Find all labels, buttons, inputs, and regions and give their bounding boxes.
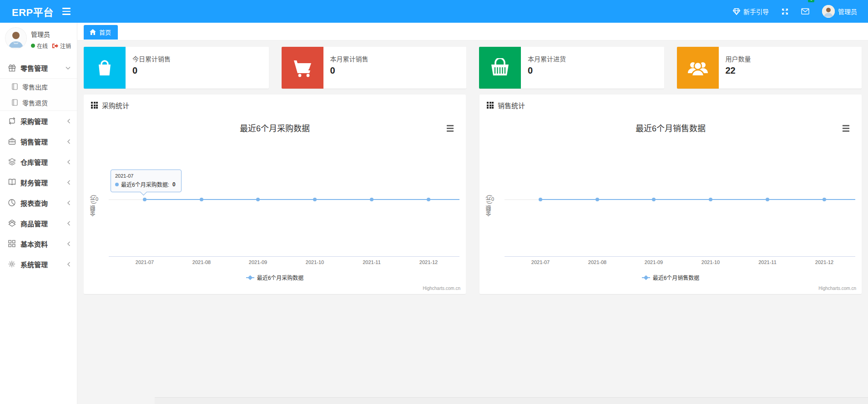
sidebar-item-label: 零售退货 — [22, 98, 48, 107]
sidebar-item-finance[interactable]: 财务管理 — [0, 172, 77, 193]
sidebar-item-retail-outbound[interactable]: 零售出库 — [0, 79, 77, 95]
sidebar-item-basic-data[interactable]: 基本资料 — [0, 234, 77, 254]
user-menu[interactable]: 管理员 — [822, 0, 857, 23]
fullscreen-button[interactable] — [782, 0, 788, 23]
sidebar-item-label: 报表查询 — [20, 198, 48, 208]
brand-logo[interactable]: ERP平台 — [0, 4, 54, 19]
chart-title: 最近6个月销售数据 — [479, 122, 862, 134]
data-point[interactable] — [256, 198, 260, 201]
stat-card-today-sales[interactable]: 今日累计销售 0 — [84, 47, 269, 89]
data-point[interactable] — [823, 198, 826, 201]
chevron-left-icon — [67, 139, 71, 144]
x-axis-label: 2021-12 — [806, 259, 843, 265]
tabs-bar: 首页 — [77, 23, 868, 40]
box-icon — [8, 219, 16, 227]
data-point[interactable] — [313, 198, 317, 201]
sidebar-item-retail[interactable]: 零售管理 — [0, 58, 77, 78]
data-point[interactable] — [766, 198, 769, 201]
stat-card-user-count[interactable]: 用户数量 22 — [677, 47, 862, 89]
x-axis-line — [505, 256, 855, 257]
logout-button[interactable]: 注销 — [52, 42, 71, 50]
stat-card-month-purchase[interactable]: 本月累计进货 0 — [479, 47, 664, 89]
panel-header: 销售统计 — [479, 95, 862, 110]
x-axis-label: 2021-12 — [410, 259, 447, 265]
tab-home[interactable]: 首页 — [84, 25, 118, 40]
x-axis-label: 2021-09 — [636, 259, 672, 265]
grid-icon — [8, 240, 16, 248]
stat-label: 本月累计销售 — [330, 54, 368, 63]
data-point[interactable] — [709, 198, 712, 201]
data-point[interactable] — [595, 198, 599, 201]
sidebar-item-label: 财务管理 — [20, 178, 48, 187]
stat-label: 用户数量 — [726, 54, 751, 63]
chevron-left-icon — [67, 241, 71, 246]
legend-marker-icon — [246, 275, 254, 280]
th-grid-icon — [91, 102, 98, 109]
series-line — [145, 199, 459, 200]
highcharts-credit-link[interactable]: Highcharts.com.cn — [818, 286, 856, 291]
gem-icon — [733, 8, 740, 15]
highcharts-credit-link[interactable]: Highcharts.com.cn — [423, 286, 460, 291]
stat-cards-row: 今日累计销售 0 本月累计销售 0 本月累计进货 0 — [84, 47, 862, 89]
guide-button[interactable]: 新手引导 — [733, 0, 769, 23]
main-content: 首页 今日累计销售 0 本月累计销售 0 — [77, 23, 868, 404]
data-point[interactable] — [539, 198, 542, 201]
sidebar-item-warehouse[interactable]: 仓库管理 — [0, 152, 77, 172]
avatar — [822, 5, 835, 18]
y-axis-tick: 0 — [491, 196, 494, 202]
chevron-left-icon — [67, 119, 71, 124]
shopping-cart-icon — [282, 47, 323, 89]
sidebar-item-goods[interactable]: 商品管理 — [0, 213, 77, 234]
chevron-down-icon — [66, 66, 71, 70]
data-point[interactable] — [370, 198, 373, 201]
sidebar-item-label: 采购管理 — [20, 116, 48, 126]
tooltip-header: 2021-07 — [115, 173, 177, 179]
shopping-bag-icon — [84, 47, 126, 89]
messages-button[interactable]: 0 — [801, 0, 809, 23]
data-point[interactable] — [652, 198, 656, 201]
logout-label: 注销 — [60, 42, 71, 50]
tooltip-value: 0 — [172, 181, 176, 188]
sidebar-user-name: 管理员 — [31, 30, 71, 39]
sidebar-item-retail-return[interactable]: 零售退货 — [0, 95, 77, 110]
sidebar-item-sales[interactable]: 销售管理 — [0, 131, 77, 152]
loop-icon — [8, 117, 16, 125]
chevron-left-icon — [67, 180, 71, 185]
briefcase-icon — [8, 138, 16, 145]
shopping-basket-icon — [479, 47, 521, 89]
online-status-label: 在线 — [37, 42, 48, 50]
legend-item[interactable]: 最近6个月采购数据 — [84, 274, 466, 281]
gear-icon — [8, 260, 16, 268]
stat-card-month-sales[interactable]: 本月累计销售 0 — [282, 47, 467, 89]
avatar — [5, 28, 26, 49]
chart-tooltip: 2021-07 最近6个月采购数据: 0 — [111, 170, 182, 192]
sidebar-menu: 零售管理 零售出库 零售退货 采购管理 销售管理 — [0, 58, 77, 274]
sidebar-item-label: 零售出库 — [22, 82, 48, 91]
users-icon — [677, 47, 719, 89]
legend-item[interactable]: 最近6个月销售数据 — [479, 274, 862, 281]
expand-icon — [782, 8, 788, 15]
x-axis-label: 2021-08 — [579, 259, 616, 265]
gift-icon — [8, 64, 16, 72]
data-point[interactable] — [427, 198, 430, 201]
x-axis-label: 2021-10 — [692, 259, 729, 265]
data-point[interactable] — [143, 198, 146, 201]
stat-value: 0 — [528, 65, 566, 76]
chart-context-menu-button[interactable] — [840, 123, 852, 133]
sidebar-toggle-button[interactable] — [57, 0, 76, 23]
sidebar-item-system[interactable]: 系统管理 — [0, 254, 77, 274]
x-axis-line — [109, 256, 459, 257]
sales-stats-panel: 销售统计 最近6个月销售数据 金额 (元) 0 2021-07 2021-08 … — [479, 95, 862, 294]
panel-title: 销售统计 — [498, 100, 525, 110]
sidebar-item-label: 零售管理 — [20, 63, 48, 73]
x-axis-label: 2021-08 — [183, 259, 220, 265]
sidebar-item-label: 基本资料 — [20, 239, 48, 249]
chart-context-menu-button[interactable] — [444, 123, 456, 133]
sidebar-item-purchase[interactable]: 采购管理 — [0, 111, 77, 131]
x-axis-label: 2021-07 — [126, 259, 163, 265]
retail-submenu: 零售出库 零售退货 — [0, 78, 77, 111]
data-point[interactable] — [200, 198, 203, 201]
sidebar-item-label: 仓库管理 — [20, 157, 48, 167]
x-axis-label: 2021-10 — [297, 259, 333, 265]
sidebar-item-reports[interactable]: 报表查询 — [0, 193, 77, 213]
